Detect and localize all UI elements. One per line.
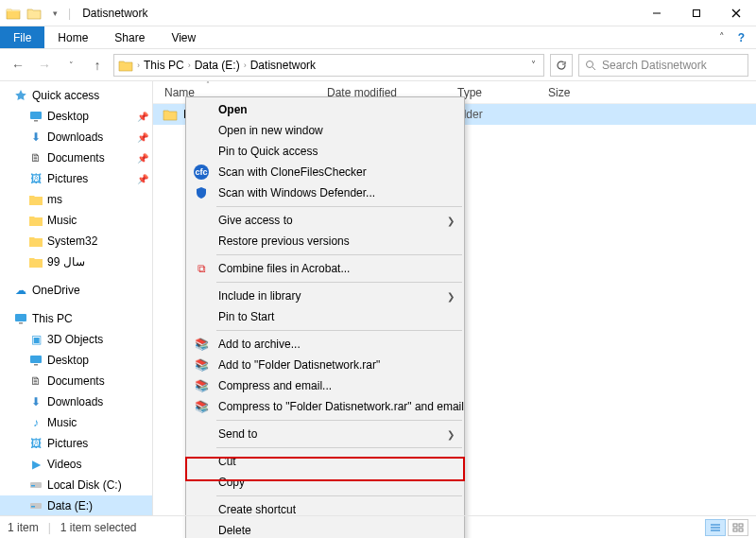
svg-rect-7: [34, 120, 38, 122]
ctx-restore[interactable]: Restore previous versions: [186, 231, 464, 252]
ctx-acrobat[interactable]: ⧉Combine files in Acrobat...: [186, 258, 464, 279]
view-details-button[interactable]: [705, 519, 726, 536]
ctx-compress-email[interactable]: 📚Compress and email...: [186, 375, 464, 396]
window-controls: [637, 0, 756, 26]
folder-icon: [163, 107, 178, 122]
pin-icon: 📌: [137, 153, 152, 164]
winrar-icon: 📚: [194, 378, 209, 393]
svg-rect-24: [739, 529, 743, 531]
tree-videos[interactable]: ▶Videos: [0, 454, 152, 475]
tab-view[interactable]: View: [158, 26, 209, 48]
3d-icon: ▣: [28, 332, 43, 347]
tree-onedrive[interactable]: ☁OneDrive: [0, 280, 152, 301]
separator: [216, 447, 462, 448]
ctx-include-library[interactable]: Include in library❯: [186, 286, 464, 306]
status-count: 1 item: [8, 521, 39, 534]
address-dropdown-icon[interactable]: ˅: [527, 60, 540, 70]
address-bar[interactable]: › This PC › Data (E:) › Datisnetwork ˅: [113, 54, 544, 77]
ctx-give-access[interactable]: Give access to❯: [186, 210, 464, 231]
maximize-button[interactable]: [677, 0, 716, 26]
ctx-pin-start[interactable]: Pin to Start: [186, 306, 464, 327]
tree-3dobjects[interactable]: ▣3D Objects: [0, 329, 152, 350]
tree-music[interactable]: Music: [0, 210, 152, 231]
ctx-compress-rar-email[interactable]: 📚Compress to "Folder Datisnetwork.rar" a…: [186, 396, 464, 417]
navigation-pane: Quick access Desktop📌 ⬇Downloads📌 🗎Docum…: [0, 81, 153, 515]
separator: [216, 330, 462, 331]
up-button[interactable]: ↑: [87, 55, 108, 76]
view-toggle: [705, 519, 748, 536]
navigation-bar: ← → ˅ ↑ › This PC › Data (E:) › Datisnet…: [0, 49, 756, 81]
help-icon[interactable]: ?: [738, 31, 745, 44]
svg-rect-6: [30, 112, 42, 119]
chevron-right-icon[interactable]: ›: [135, 61, 142, 70]
refresh-button[interactable]: [550, 54, 573, 77]
documents-icon: 🗎: [28, 150, 43, 165]
ctx-open[interactable]: Open: [186, 99, 464, 120]
tab-share[interactable]: Share: [101, 26, 158, 48]
ctx-defender[interactable]: Scan with Windows Defender...: [186, 182, 464, 203]
tree-downloads2[interactable]: ⬇Downloads: [0, 391, 152, 412]
ribbon: File Home Share View ˄ ?: [0, 26, 756, 49]
drive-icon: [28, 477, 43, 493]
search-box[interactable]: Search Datisnetwork: [578, 54, 748, 77]
documents-icon: 🗎: [28, 373, 43, 389]
forward-button[interactable]: →: [34, 55, 55, 76]
tree-desktop[interactable]: Desktop📌: [0, 106, 152, 127]
svg-rect-13: [31, 485, 35, 487]
svg-rect-21: [733, 524, 737, 527]
pc-icon: [13, 311, 28, 326]
ctx-pin-quick-access[interactable]: Pin to Quick access: [186, 141, 464, 162]
tree-downloads[interactable]: ⬇Downloads📌: [0, 127, 152, 148]
winrar-icon: 📚: [194, 337, 209, 352]
tree-system32[interactable]: System32: [0, 231, 152, 252]
tree-sal99[interactable]: سال 99: [0, 252, 152, 272]
separator: [216, 495, 462, 496]
tree-localc[interactable]: Local Disk (C:): [0, 475, 152, 495]
search-placeholder: Search Datisnetwork: [602, 59, 707, 72]
pictures-icon: 🖼: [28, 171, 43, 186]
ribbon-right: ˄ ?: [719, 26, 756, 48]
tab-home[interactable]: Home: [44, 26, 101, 48]
breadcrumb-folder[interactable]: Datisnetwork: [250, 59, 316, 72]
videos-icon: ▶: [28, 457, 43, 472]
tree-quick-access[interactable]: Quick access: [0, 85, 152, 106]
status-selection: 1 item selected: [60, 521, 137, 534]
breadcrumb-thispc[interactable]: This PC: [144, 59, 184, 72]
ctx-open-new-window[interactable]: Open in new window: [186, 120, 464, 141]
chevron-right-icon[interactable]: ›: [186, 61, 193, 70]
folder-icon: [28, 213, 43, 228]
chevron-right-icon[interactable]: ›: [242, 61, 249, 70]
svg-rect-9: [19, 322, 23, 324]
qat-dropdown-icon[interactable]: ▾: [45, 4, 64, 23]
ctx-add-rar[interactable]: 📚Add to "Folder Datisnetwork.rar": [186, 355, 464, 375]
close-button[interactable]: [716, 0, 756, 26]
minimize-button[interactable]: [637, 0, 677, 26]
svg-rect-22: [739, 524, 743, 527]
breadcrumb-drive[interactable]: Data (E:): [195, 59, 240, 72]
tree-music2[interactable]: ♪Music: [0, 412, 152, 433]
tree-documents[interactable]: 🗎Documents📌: [0, 148, 152, 168]
history-dropdown[interactable]: ˅: [60, 55, 81, 76]
pictures-icon: 🖼: [28, 436, 43, 451]
tree-documents2[interactable]: 🗎Documents: [0, 371, 152, 391]
back-button[interactable]: ←: [8, 55, 28, 76]
tree-desktop2[interactable]: Desktop: [0, 350, 152, 371]
ctx-send-to[interactable]: Send to❯: [186, 424, 464, 444]
downloads-icon: ⬇: [28, 394, 43, 409]
tab-file[interactable]: File: [0, 26, 44, 48]
col-size[interactable]: Size: [537, 86, 593, 99]
ctx-cut[interactable]: Cut: [186, 451, 464, 472]
folder-icon: [28, 192, 43, 207]
ctx-add-archive[interactable]: 📚Add to archive...: [186, 334, 464, 355]
ribbon-collapse-icon[interactable]: ˄: [719, 31, 725, 43]
ctx-clonefileschecker[interactable]: cfcScan with CloneFilesChecker: [186, 162, 464, 182]
divider: |: [48, 521, 51, 534]
tree-datae[interactable]: Data (E:): [0, 495, 152, 515]
ctx-copy[interactable]: Copy: [186, 472, 464, 493]
view-thumbnails-button[interactable]: [728, 519, 748, 536]
tree-pictures2[interactable]: 🖼Pictures: [0, 433, 152, 454]
tree-ms[interactable]: ms: [0, 189, 152, 210]
tree-thispc[interactable]: This PC: [0, 308, 152, 329]
tree-pictures[interactable]: 🖼Pictures📌: [0, 168, 152, 189]
pin-icon: 📌: [137, 132, 152, 143]
